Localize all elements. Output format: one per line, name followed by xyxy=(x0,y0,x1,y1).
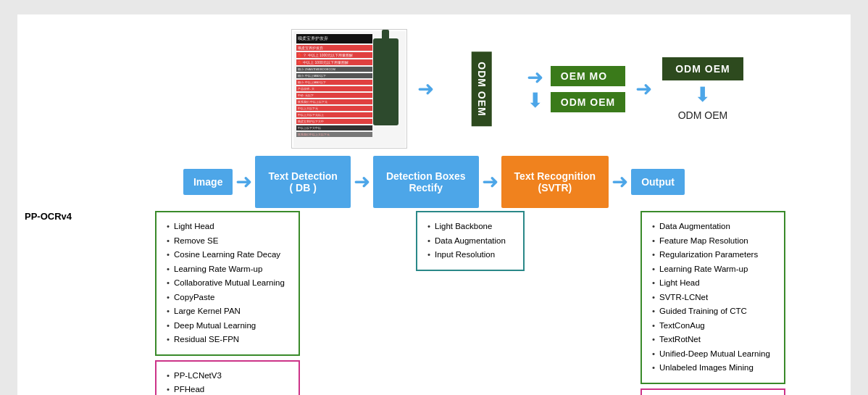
odm-rectified-2: ODM OEM xyxy=(551,92,625,112)
rec-feat-7: •Guided Training of CTC xyxy=(652,304,774,319)
odm-result-box: ODM OEM xyxy=(662,57,743,80)
main-container: 哦柔宝养护发弃 哦柔宝养护发弃 🔴 ？ 中以上 1000元以下用量图解 🔴 中以… xyxy=(17,14,851,395)
arrow-right-1: ➜ xyxy=(527,67,543,88)
rec-feat-1: •Data Augmentation xyxy=(652,220,774,234)
det-feat-7: •Large Kernel PAN xyxy=(167,304,288,319)
odm-rotated-text: ODM OEM xyxy=(472,51,492,126)
det-feat-1: •Light Head xyxy=(167,220,288,234)
pp-ocr-label: PP-OCRv4 xyxy=(25,211,72,222)
arrow-to-recognition: ➜ xyxy=(635,79,652,99)
rectify-features-box: •Light Backbone •Data Augmentation •Inpu… xyxy=(416,211,525,271)
det-feat-4: •Learning Rate Warm-up xyxy=(167,262,288,277)
rec-feat-6: •SVTR-LCNet xyxy=(652,291,774,305)
arrow-1: ➜ xyxy=(235,172,252,192)
recognition-backbone-box: •SVTR-LCNetV3 •Lite-Neck •GTC-NRTR •Mult… xyxy=(640,388,785,395)
product-image: 哦柔宝养护发弃 哦柔宝养护发弃 🔴 ？ 中以上 1000元以下用量图解 🔴 中以… xyxy=(291,29,407,149)
output-node: Output xyxy=(631,169,685,195)
det-feat-5: •Collaborative Mutual Learning xyxy=(167,276,288,291)
right-result: ODM OEM ⬇ ODM OEM xyxy=(662,57,743,121)
det-back-1: •PP-LCNetV3 xyxy=(167,369,288,383)
rec-feat-3: •Regularization Parameters xyxy=(652,248,774,262)
detection-boxes-rectify-node: Detection Boxes Rectify xyxy=(373,156,479,208)
flow-bottom-row: PP-OCRv4 •Light Head •Remove SE •Cosine … xyxy=(25,211,843,395)
rect-feat-3: •Input Resolution xyxy=(427,248,513,262)
det-feat-8: •Deep Mutual Learning xyxy=(167,319,288,333)
rect-feat-1: •Light Backbone xyxy=(427,220,513,234)
detection-backbone-box: •PP-LCNetV3 •PFHead •DSR xyxy=(155,360,300,395)
det-feat-2: •Remove SE xyxy=(167,234,288,249)
det-feat-3: •Cosine Learning Rate Decay xyxy=(167,248,288,262)
text-recognition-node: Text Recognition (SVTR) xyxy=(501,156,609,208)
top-visual-area: 哦柔宝养护发弃 哦柔宝养护发弃 🔴 ？ 中以上 1000元以下用量图解 🔴 中以… xyxy=(25,29,843,149)
rec-feat-5: •Light Head xyxy=(652,276,774,291)
rec-feat-8: •TextConAug xyxy=(652,319,774,333)
pp-ocr-label-area: PP-OCRv4 xyxy=(25,211,97,222)
det-feat-6: •CopyPaste xyxy=(167,291,288,305)
det-back-2: •PFHead xyxy=(167,383,288,395)
detection-features-box: •Light Head •Remove SE •Cosine Learning … xyxy=(155,211,300,356)
image-node: Image xyxy=(183,169,233,195)
rec-feat-9: •TextRotNet xyxy=(652,333,774,347)
product-text-overlay: 哦柔宝养护发弃 哦柔宝养护发弃 🔴 ？ 中以上 1000元以下用量图解 🔴 中以… xyxy=(296,34,372,137)
product-bottle xyxy=(373,38,398,125)
arrow-down-1: ⬇ xyxy=(527,91,543,111)
flow-diagram: Image ➜ Text Detection ( DB ) ➜ Detectio… xyxy=(25,156,843,208)
rect-feat-2: •Data Augmentation xyxy=(427,234,513,249)
arrow-4: ➜ xyxy=(612,172,628,192)
arrow-3: ➜ xyxy=(482,172,498,192)
odm-recognized-text: ODM OEM xyxy=(678,109,727,121)
recognition-features-box: •Data Augmentation •Feature Map Resoluti… xyxy=(640,211,785,384)
rectify-arrows: ➜ ⬇ xyxy=(524,67,546,111)
odm-rectified-1: OEM MO xyxy=(551,66,625,86)
text-detection-node: Text Detection ( DB ) xyxy=(255,156,350,208)
rectify-visuals: ODM OEM ➜ ⬇ OEM MO ODM OEM xyxy=(444,66,625,112)
arrow-down-result: ⬇ xyxy=(694,85,711,105)
rec-feat-4: •Learning Rate Warm-up xyxy=(652,262,774,277)
bottom-details-area: •Light Head •Remove SE •Cosine Learning … xyxy=(97,211,843,395)
arrow-to-rectify: ➜ xyxy=(417,79,434,99)
rec-feat-2: •Feature Map Resolution xyxy=(652,234,774,249)
det-feat-9: •Residual SE-FPN xyxy=(167,333,288,347)
rec-feat-11: •Unlabeled Images Mining xyxy=(652,361,774,375)
arrow-2: ➜ xyxy=(354,172,370,192)
rec-feat-10: •Unified-Deep Mutual Learning xyxy=(652,347,774,362)
